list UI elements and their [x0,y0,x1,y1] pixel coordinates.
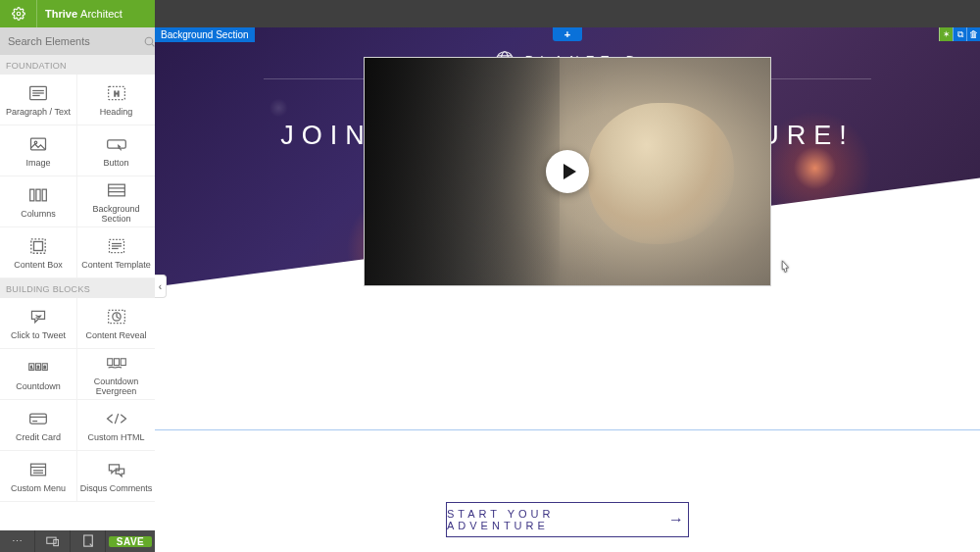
bottom-toolbar: ⋯ SAVE [0,530,155,552]
element-custom-menu[interactable]: Custom Menu [0,451,77,502]
comments-icon [106,460,127,479]
trash-icon: 🗑 [969,29,978,39]
element-click-to-tweet[interactable]: Click to Tweet [0,298,77,349]
svg-text:H: H [114,89,119,98]
add-element-button[interactable]: + [553,27,582,41]
svg-text:3: 3 [44,365,47,370]
video-play-button[interactable] [546,150,589,193]
group-building-blocks-header: BUILDING BLOCKS [0,278,155,298]
element-save-button[interactable]: ✶ [939,27,953,41]
search-input[interactable] [8,35,143,47]
element-disqus-comments[interactable]: Disqus Comments [77,451,155,502]
element-countdown[interactable]: 123 Countdown [0,349,77,400]
element-credit-card[interactable]: Credit Card [0,400,77,451]
content-box-icon [29,236,47,256]
element-columns[interactable]: Columns [0,176,77,227]
star-icon: ✶ [943,29,951,39]
svg-rect-14 [42,189,46,201]
countdown-evergreen-icon [106,353,127,373]
search-elements[interactable] [0,27,155,55]
svg-text:1: 1 [30,365,33,370]
header-spacer [155,0,980,27]
svg-rect-15 [108,184,124,196]
background-section-icon [107,180,126,200]
gear-icon [12,7,25,21]
element-content-template[interactable]: Content Template [77,227,155,278]
app-header: Thrive Architect [0,0,155,27]
svg-rect-33 [114,358,119,365]
heading-icon: H [107,83,126,103]
cursor-pointer-icon [776,259,794,278]
template-icon [82,534,94,548]
template-button[interactable] [71,530,106,552]
svg-rect-19 [34,241,43,250]
element-content-reveal[interactable]: Content Reveal [77,298,155,349]
svg-rect-35 [30,414,47,424]
element-heading[interactable]: H Heading [77,75,155,125]
svg-rect-12 [30,189,34,201]
hero-video[interactable] [364,57,771,286]
countdown-icon: 123 [27,358,49,377]
element-copy-button[interactable]: ⧉ [953,27,966,41]
selected-element-label[interactable]: Background Section [155,27,255,42]
svg-rect-38 [31,464,46,476]
sidebar-collapse-toggle[interactable]: ‹ [155,275,167,298]
svg-rect-34 [121,358,125,365]
element-paragraph-text[interactable]: Paragraph / Text [0,75,77,125]
menu-icon [28,460,48,479]
editor-canvas[interactable]: Background Section + ✶ ⧉ 🗑 PLANET B JOIN… [155,27,980,552]
cta-button[interactable]: START YOUR ADVENTURE → [446,502,689,537]
button-icon [106,134,127,154]
ellipsis-icon: ⋯ [12,535,23,548]
elements-scroll[interactable]: FOUNDATION Paragraph / Text H Heading Im… [0,55,155,530]
svg-rect-13 [36,189,40,201]
credit-card-icon [28,409,48,428]
image-icon [28,134,48,154]
chevron-left-icon: ‹ [159,281,162,292]
content-template-icon [107,236,126,256]
arrow-right-icon: → [668,511,688,528]
app-title: Thrive Architect [37,8,122,20]
save-button[interactable]: SAVE [109,536,152,547]
cta-label: START YOUR ADVENTURE [447,508,655,531]
paragraph-icon [28,83,48,103]
element-delete-button[interactable]: 🗑 [966,27,980,41]
svg-rect-42 [46,537,55,543]
more-options-button[interactable]: ⋯ [0,530,35,552]
devices-icon [46,535,60,547]
element-top-tools: ✶ ⧉ 🗑 [939,27,980,41]
code-icon [105,409,128,428]
columns-icon [28,185,48,205]
elements-sidebar: FOUNDATION Paragraph / Text H Heading Im… [0,27,155,530]
responsive-preview-button[interactable] [35,530,71,552]
svg-rect-11 [107,139,125,147]
element-button[interactable]: Button [77,125,155,176]
svg-line-2 [152,43,154,45]
copy-icon: ⧉ [957,29,963,40]
svg-point-0 [17,12,21,16]
tweet-icon [28,307,48,326]
element-image[interactable]: Image [0,125,77,176]
svg-text:2: 2 [37,365,40,370]
group-foundation-header: FOUNDATION [0,55,155,75]
element-content-box[interactable]: Content Box [0,227,77,278]
element-custom-html[interactable]: Custom HTML [77,400,155,451]
svg-rect-32 [107,358,112,365]
element-background-section[interactable]: Background Section [77,176,155,227]
search-icon [143,35,155,48]
content-reveal-icon [107,307,126,326]
element-countdown-evergreen[interactable]: Countdown Evergreen [77,349,155,400]
selection-guideline [155,429,980,430]
settings-button[interactable] [0,0,37,27]
svg-point-1 [145,37,153,45]
